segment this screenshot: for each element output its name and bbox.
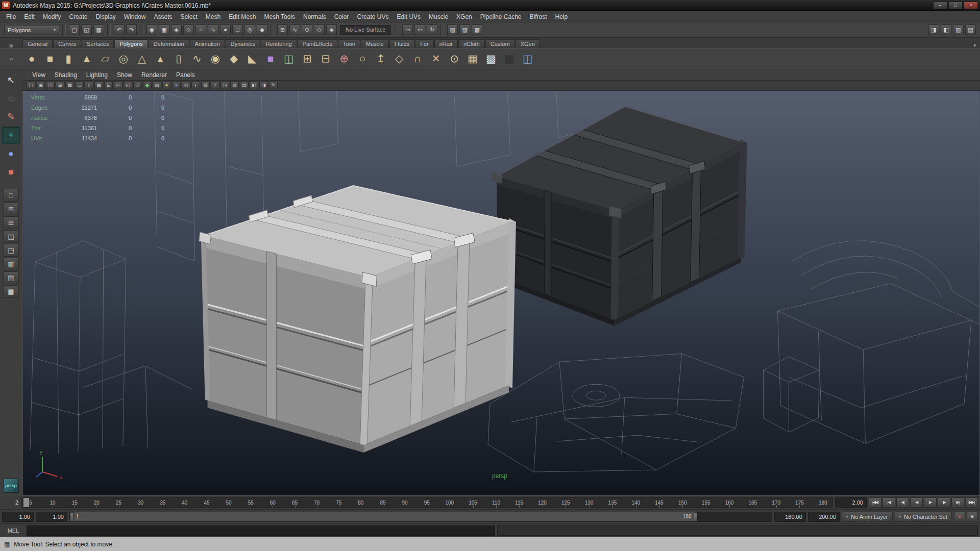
extrude-icon[interactable]: ↥ <box>372 50 389 67</box>
oversampling-icon[interactable]: ▦ <box>65 82 74 89</box>
safe-action-icon[interactable]: ◰ <box>114 82 122 89</box>
selection-mode-dropdown[interactable]: Polygons ▾ <box>4 25 59 35</box>
menu-edit[interactable]: Edit <box>20 11 39 22</box>
shelf-tab-toon[interactable]: Toon <box>338 39 360 48</box>
command-output-field[interactable] <box>497 525 978 536</box>
panel-menu-lighting[interactable]: Lighting <box>82 71 112 79</box>
menu-window[interactable]: Window <box>120 11 150 22</box>
shelf-tab-muscle[interactable]: Muscle <box>361 39 389 48</box>
current-time-field[interactable] <box>835 497 867 508</box>
play-backward-button[interactable]: ◀ <box>910 497 923 508</box>
scale-tool[interactable]: ■ <box>2 163 20 181</box>
xray-joints-icon[interactable]: ▤ <box>240 82 249 89</box>
rotate-tool[interactable]: ● <box>2 145 20 162</box>
snap-to-point-icon[interactable]: ⊙ <box>302 24 312 35</box>
command-language-button[interactable]: MEL <box>2 528 24 534</box>
film-gate-icon[interactable]: ▭ <box>75 82 84 89</box>
menu-modify[interactable]: Modify <box>39 11 65 22</box>
wireframe-mode-icon[interactable]: ◇ <box>133 82 142 89</box>
layout-three-split[interactable]: ◳ <box>4 244 19 257</box>
field-chart-icon[interactable]: ⊡ <box>104 82 113 89</box>
time-slider-track[interactable]: 5101520253035404550556065707580859095100… <box>21 497 833 508</box>
menu-select[interactable]: Select <box>176 11 201 22</box>
snap-to-curve-icon[interactable]: ∿ <box>289 24 300 35</box>
lasso-tool[interactable]: ◌ <box>2 90 20 107</box>
viewport-canvas[interactable]: y x persp <box>23 91 979 495</box>
paint-select-tool[interactable]: ✎ <box>2 108 20 126</box>
bookmarks-icon[interactable]: ▣ <box>36 82 45 89</box>
image-plane-icon[interactable]: ◫ <box>46 82 55 89</box>
select-tool[interactable]: ↖ <box>2 71 20 89</box>
poly-pyramid-icon[interactable]: ▴ <box>152 50 169 67</box>
layout-hypershade-persp[interactable]: ▤ <box>4 271 19 284</box>
ipr-render-icon[interactable]: ▨ <box>459 24 470 35</box>
two-d-pan-zoom-icon[interactable]: ⊞ <box>56 82 64 89</box>
panel-menu-panels[interactable]: Panels <box>172 71 200 79</box>
poly-pipe-icon[interactable]: ▯ <box>170 50 187 67</box>
new-scene-icon[interactable]: ▢ <box>69 24 80 35</box>
poly-soccer-ball-icon[interactable]: ◉ <box>207 50 224 67</box>
shelf-collapse-chevrons-icon[interactable]: ▴▾ <box>0 57 22 61</box>
isolate-select-icon[interactable]: ◳ <box>220 82 229 89</box>
step-back-frame-button[interactable]: ◀| <box>896 497 909 508</box>
viewport-persp[interactable]: y x persp Verts: 5958 0 0 <box>22 91 980 496</box>
menu-file[interactable]: File <box>2 11 20 22</box>
menu-color[interactable]: Color <box>330 11 353 22</box>
poly-cylinder-icon[interactable]: ▮ <box>60 50 77 67</box>
play-forward-button[interactable]: ▶ <box>924 497 937 508</box>
toggle-attribute-editor-icon[interactable]: ◨ <box>928 24 939 35</box>
layout-single-pane[interactable]: □ <box>4 189 19 202</box>
snap-to-plane-icon[interactable]: ◇ <box>314 24 325 35</box>
shelf-tab-animation[interactable]: Animation <box>190 39 225 48</box>
poly-cube-icon[interactable]: ■ <box>41 50 59 67</box>
redo-icon[interactable]: ↷ <box>126 24 137 35</box>
maximize-button[interactable]: □ <box>948 2 963 9</box>
live-surface-field[interactable]: No Live Surface <box>340 25 391 35</box>
playback-start-field[interactable] <box>36 512 67 522</box>
select-by-object-icon[interactable]: ▣ <box>159 24 169 35</box>
target-weld-icon[interactable]: ⊙ <box>446 50 463 67</box>
use-all-lights-icon[interactable]: ● <box>162 82 171 89</box>
mel-input[interactable] <box>27 525 495 536</box>
mask-curves-icon[interactable]: ∿ <box>208 24 218 35</box>
layout-outliner-persp[interactable]: ▥ <box>4 258 19 270</box>
step-forward-key-button[interactable]: ▶| <box>951 497 964 508</box>
layout-custom[interactable]: ▦ <box>4 285 19 298</box>
mask-handles-icon[interactable]: ◇ <box>183 24 194 35</box>
layout-two-side-by-side[interactable]: ◫ <box>4 230 19 243</box>
playback-end-field[interactable] <box>774 512 806 522</box>
menu-edit-mesh[interactable]: Edit Mesh <box>225 11 260 22</box>
shelf-tab-painteffects[interactable]: PaintEffects <box>298 39 338 48</box>
gate-mask-icon[interactable]: ▩ <box>94 82 103 89</box>
go-to-start-button[interactable]: |◀◀ <box>869 497 881 508</box>
render-settings-icon[interactable]: ▩ <box>472 24 482 35</box>
playback-range-bar[interactable]: 1 180 <box>70 512 698 521</box>
multisampling-icon[interactable]: ▧ <box>201 82 210 89</box>
bevel-icon[interactable]: ◇ <box>390 50 408 67</box>
menu-create-uvs[interactable]: Create UVs <box>353 11 393 22</box>
range-start-handle[interactable] <box>70 512 74 521</box>
quad-draw-icon[interactable]: ▦ <box>464 50 481 67</box>
range-slider-track[interactable]: 1 180 <box>69 512 772 522</box>
shelf-tab-custom[interactable]: Custom <box>485 39 515 48</box>
uv-snapshot-icon[interactable]: ◫ <box>519 50 536 67</box>
bridge-icon[interactable]: ∩ <box>409 50 426 67</box>
combine-icon[interactable]: ⊞ <box>299 50 316 67</box>
textured-cube-icon[interactable]: ■ <box>262 50 279 67</box>
sculpt-tool-icon[interactable]: ◣ <box>243 50 261 67</box>
shelf-menu-icon[interactable]: ▾ <box>969 43 980 48</box>
textured-mode-icon[interactable]: ▨ <box>153 82 161 89</box>
poly-torus-icon[interactable]: ◎ <box>115 50 132 67</box>
auto-keyframe-toggle[interactable]: ● <box>954 512 965 522</box>
menu-pipeline-cache[interactable]: Pipeline Cache <box>476 11 526 22</box>
grease-pencil-icon[interactable]: ✎ <box>269 82 278 89</box>
layout-two-stacked[interactable]: ⊟ <box>4 216 19 229</box>
poly-cone-icon[interactable]: ▲ <box>78 50 95 67</box>
multi-cut-icon[interactable]: ✕ <box>427 50 445 67</box>
layout-four-pane[interactable]: ⊞ <box>4 203 19 215</box>
shelf-tab-dynamics[interactable]: Dynamics <box>226 39 260 48</box>
shelf-tab-general[interactable]: General <box>22 39 53 48</box>
resolution-gate-icon[interactable]: ▯ <box>85 82 93 89</box>
menu-muscle[interactable]: Muscle <box>425 11 452 22</box>
motion-blur-icon[interactable]: ◐ <box>191 82 200 89</box>
